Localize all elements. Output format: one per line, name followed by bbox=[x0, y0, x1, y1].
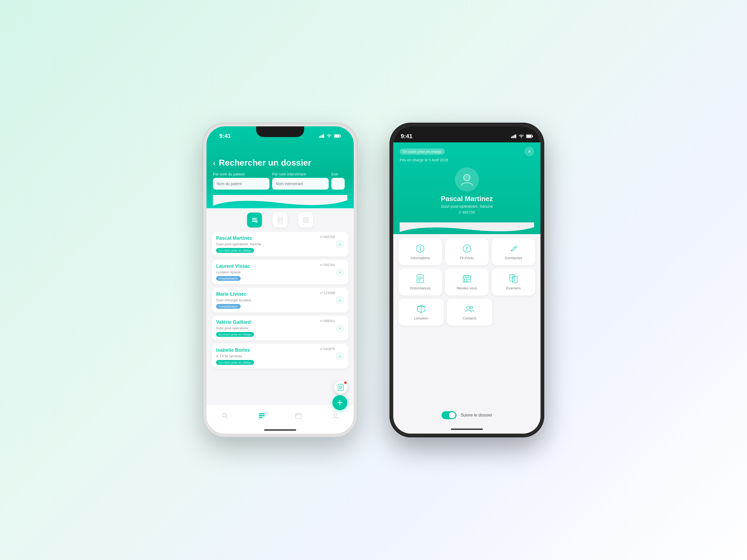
tile-contacts[interactable]: Contacts bbox=[447, 299, 492, 326]
nav-person-btn[interactable] bbox=[330, 410, 341, 421]
svg-rect-1 bbox=[320, 135, 321, 138]
tab-icons-row bbox=[206, 208, 354, 230]
nav-search-icon bbox=[221, 412, 229, 420]
tile-informations-label: Informations bbox=[411, 256, 430, 260]
patient-desc-1: Suivi post-opératoire, hanche bbox=[216, 242, 336, 246]
doc-tab-icon bbox=[277, 216, 284, 223]
nav-search-btn[interactable] bbox=[220, 410, 230, 421]
svg-rect-5 bbox=[335, 135, 339, 137]
home-bar-1 bbox=[206, 426, 354, 434]
wifi-icon-1 bbox=[327, 134, 332, 138]
tile-ordonnances[interactable]: Ordonnances bbox=[398, 269, 442, 295]
patient-number-4: n°498561 bbox=[320, 319, 335, 323]
tile-fil-actu[interactable]: Fil d'Actu bbox=[445, 238, 489, 265]
phone1-header: 9:41 bbox=[206, 126, 354, 208]
tab-doc-btn[interactable] bbox=[273, 213, 288, 228]
status-badge-4: En cours prise en charge bbox=[216, 332, 254, 337]
prise-en-charge-date: Pris en charge le 5 Avril 2018 bbox=[400, 158, 534, 162]
phone-1-screen: 9:41 bbox=[206, 126, 354, 434]
patient-name-5: Isabelle Bories bbox=[216, 347, 336, 353]
prescription-icon bbox=[415, 274, 425, 284]
box-icon bbox=[416, 304, 426, 314]
svg-rect-2 bbox=[322, 135, 323, 138]
chevron-2[interactable]: › bbox=[336, 268, 344, 276]
patient-name-2: Laurent Vissac bbox=[216, 264, 336, 269]
tab-grid-btn[interactable] bbox=[298, 213, 313, 228]
svg-point-46 bbox=[467, 250, 467, 251]
chevron-5[interactable]: › bbox=[336, 352, 344, 361]
svg-rect-59 bbox=[466, 279, 467, 280]
nav-list-icon bbox=[258, 412, 265, 420]
svg-rect-25 bbox=[259, 413, 265, 415]
avatar-section: Pascal Martinez Suivi post-opératoire, h… bbox=[400, 167, 534, 222]
status-time-2: 9:41 bbox=[401, 133, 412, 140]
signal-icon-1 bbox=[319, 134, 325, 138]
svg-rect-34 bbox=[513, 136, 514, 138]
patient-field-group: Par nom du patient bbox=[213, 172, 269, 190]
tile-examens[interactable]: Examens bbox=[492, 269, 535, 295]
tile-contacts-label: Contacts bbox=[463, 316, 476, 320]
patient-desc-5: A.T.P.M Services bbox=[216, 354, 336, 358]
patient-name-1: Pascal Martinez bbox=[216, 236, 336, 241]
svg-rect-27 bbox=[259, 417, 262, 418]
status-badge-5: En cours prise en charge bbox=[216, 360, 254, 365]
follow-toggle[interactable] bbox=[441, 411, 457, 419]
back-button[interactable]: ‹ bbox=[213, 158, 215, 167]
status-tag: En cours prise en charge bbox=[400, 149, 445, 155]
battery-icon-2 bbox=[526, 134, 533, 138]
svg-rect-36 bbox=[515, 134, 516, 138]
pencil-icon bbox=[509, 244, 518, 253]
svg-rect-26 bbox=[259, 415, 265, 416]
svg-line-24 bbox=[226, 417, 228, 419]
nav-calendar-icon bbox=[295, 412, 302, 420]
patient-info-4: Valérie Gaillard Suivi post-opératoire E… bbox=[216, 319, 336, 337]
svg-rect-0 bbox=[319, 136, 320, 138]
patient-card-5[interactable]: Isabelle Bories A.T.P.M Services En cour… bbox=[212, 344, 349, 369]
tile-informations[interactable]: Informations bbox=[398, 238, 442, 265]
svg-rect-60 bbox=[468, 279, 469, 280]
patient-card-3[interactable]: Marie Livinec Suivi chirurgie oculaire H… bbox=[212, 288, 349, 313]
phone-2-screen: 9:41 bbox=[393, 126, 541, 434]
phone2-content: 9:41 bbox=[393, 126, 541, 434]
svg-rect-16 bbox=[306, 218, 308, 219]
tile-rendez-vous[interactable]: Rendez-vous bbox=[445, 269, 489, 295]
fab-doc-button[interactable] bbox=[334, 381, 347, 394]
tab-list-btn[interactable] bbox=[247, 213, 262, 228]
patient-card-1[interactable]: Pascal Martinez Suivi post-opératoire, h… bbox=[212, 232, 349, 257]
intervenant-search-input[interactable] bbox=[272, 178, 329, 190]
status-badge-1: En cours prise en charge bbox=[216, 248, 254, 253]
svg-rect-28 bbox=[295, 414, 302, 419]
close-button[interactable]: × bbox=[524, 146, 534, 156]
tile-fil-actu-label: Fil d'Actu bbox=[460, 256, 474, 260]
tile-livraison[interactable]: Livraison bbox=[398, 299, 444, 326]
chevron-4[interactable]: › bbox=[336, 324, 344, 332]
fab-add-button[interactable]: + bbox=[332, 395, 347, 410]
svg-rect-39 bbox=[532, 135, 533, 137]
battery-icon-1 bbox=[334, 134, 341, 138]
svg-rect-13 bbox=[279, 220, 281, 220]
wifi-icon-2 bbox=[519, 134, 524, 138]
tile-constantes[interactable]: Constantes bbox=[492, 238, 535, 265]
svg-line-47 bbox=[515, 247, 516, 248]
chevron-1[interactable]: › bbox=[336, 240, 344, 248]
phone1-content: 9:41 bbox=[206, 126, 354, 434]
chevron-3[interactable]: › bbox=[336, 296, 344, 304]
tile-examens-label: Examens bbox=[506, 286, 521, 290]
svg-rect-33 bbox=[511, 136, 512, 138]
fab-plus-icon: + bbox=[337, 398, 342, 407]
svg-rect-7 bbox=[252, 218, 257, 219]
notch bbox=[256, 126, 304, 137]
nav-calendar-btn[interactable] bbox=[293, 410, 304, 421]
patient-number-1: n°465798 bbox=[320, 235, 335, 239]
patient-card-4[interactable]: Valérie Gaillard Suivi post-opératoire E… bbox=[212, 316, 349, 341]
patient-desc-2: Luxation épaule bbox=[216, 270, 336, 274]
tile-ordonnances-label: Ordonnances bbox=[410, 286, 431, 290]
menu-grid: Informations Fil d'Actu bbox=[393, 234, 541, 407]
nav-list-btn[interactable] bbox=[256, 410, 267, 421]
patient-card-2[interactable]: Laurent Vissac Luxation épaule Hospitali… bbox=[212, 260, 349, 285]
svg-rect-22 bbox=[339, 389, 341, 389]
patient-search-input[interactable] bbox=[213, 178, 269, 190]
menu-row-1: Informations Fil d'Actu bbox=[398, 238, 535, 265]
patient-number-2: n°345765 bbox=[320, 263, 335, 267]
follow-label: Suivre le dossier bbox=[461, 413, 492, 418]
